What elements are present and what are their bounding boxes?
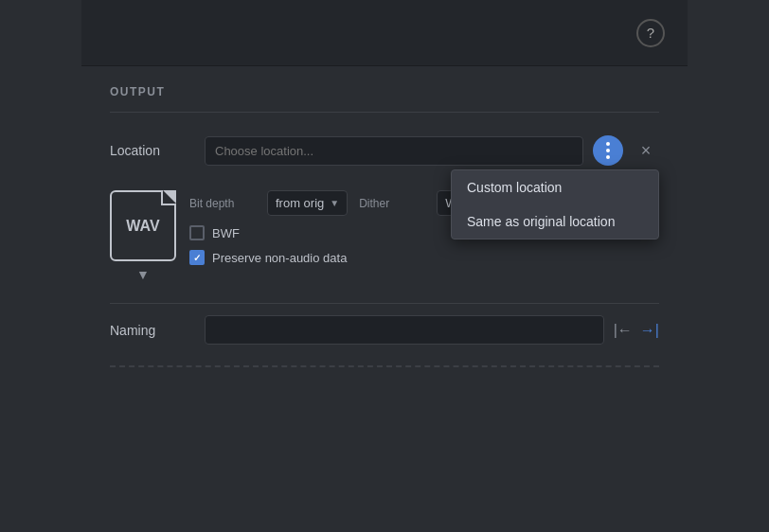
section-divider [110, 112, 659, 113]
main-panel: ? OUTPUT Location × Custom location [81, 0, 688, 532]
naming-row: Naming |← →| [110, 303, 659, 356]
format-selector: WAV ▼ [110, 190, 176, 282]
top-bar: ? [81, 0, 688, 66]
naming-label: Naming [110, 323, 195, 338]
bottom-dashed-divider [110, 365, 659, 367]
location-label: Location [110, 143, 195, 158]
content-area: OUTPUT Location × Custom location Same a… [81, 66, 688, 386]
bit-depth-select[interactable]: from orig ▼ [267, 190, 348, 216]
bit-depth-label: Bit depth [189, 197, 256, 210]
format-chevron-icon[interactable]: ▼ [136, 267, 150, 282]
naming-input[interactable] [205, 315, 604, 345]
help-icon: ? [647, 25, 654, 41]
help-button[interactable]: ? [636, 19, 665, 47]
preserve-non-audio-label: Preserve non-audio data [212, 251, 347, 265]
preserve-non-audio-checkbox[interactable]: ✓ [189, 250, 205, 265]
location-close-button[interactable]: × [633, 137, 659, 164]
dropdown-item-custom[interactable]: Custom location [452, 170, 658, 204]
checkmark-icon: ✓ [193, 253, 201, 263]
naming-align-right-button[interactable]: →| [640, 322, 659, 339]
align-left-icon: |← [614, 322, 633, 339]
location-row: Location × Custom location Same as origi… [110, 128, 659, 173]
naming-icons: |← →| [614, 322, 659, 339]
wav-format-box[interactable]: WAV [110, 190, 176, 261]
location-options-button[interactable] [593, 135, 623, 166]
wav-label: WAV [126, 218, 159, 235]
bwf-label: BWF [212, 226, 240, 240]
bit-depth-value: from orig [276, 196, 324, 210]
bwf-checkbox[interactable] [189, 225, 205, 240]
naming-align-left-button[interactable]: |← [614, 322, 633, 339]
location-input[interactable] [205, 136, 583, 166]
align-right-icon: →| [640, 322, 659, 339]
close-icon: × [641, 141, 652, 161]
dropdown-item-same-as-original[interactable]: Same as original location [452, 204, 658, 239]
preserve-non-audio-row: ✓ Preserve non-audio data [189, 250, 659, 265]
location-dropdown-menu: Custom location Same as original locatio… [451, 169, 659, 239]
output-section-title: OUTPUT [110, 85, 659, 98]
dots-icon [606, 142, 610, 159]
bit-depth-chevron-icon: ▼ [330, 198, 339, 208]
dither-label: Dither [359, 197, 425, 210]
